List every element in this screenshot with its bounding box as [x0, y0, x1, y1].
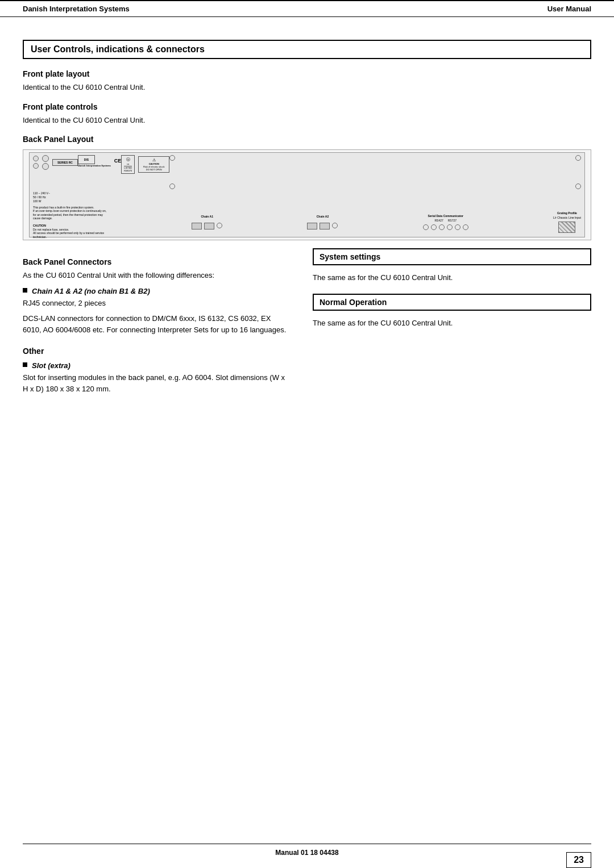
panel-bottom-row: This product has a built-in fire protect… — [33, 206, 581, 239]
normal-operation-text: The same as for the CU 6010 Central Unit… — [313, 318, 591, 329]
main-section-title: User Controls, indications & connectors — [31, 44, 583, 55]
system-settings-text: The same as for the CU 6010 Central Unit… — [313, 272, 591, 283]
panel-serial-port — [463, 224, 468, 230]
panel-caution-box: ⚠ CAUTION Risk of electric shockDO NOT O… — [138, 156, 169, 173]
panel-grille — [558, 222, 575, 233]
panel-serial-port — [423, 224, 429, 230]
panel-series-label: SERIES RC — [57, 161, 73, 164]
page-footer: Manual 01 18 04438 — [23, 844, 591, 857]
panel-warning-text: This product has a built-in fire protect… — [33, 206, 107, 239]
chain-bullet-item: Chain A1 & A2 (no chain B1 & B2) — [23, 287, 290, 295]
panel-serial-port — [455, 224, 460, 230]
header-company: Danish Interpretation Systems — [23, 5, 130, 13]
panel-voltage-label: 110 – 240 V~50 / 60 Hz100 W — [33, 191, 581, 203]
page-wrapper: Danish Interpretation Systems User Manua… — [0, 0, 614, 868]
panel-indicator — [217, 223, 222, 228]
page-header: Danish Interpretation Systems User Manua… — [0, 0, 614, 17]
panel-corner-circle — [575, 155, 581, 161]
main-section-heading: User Controls, indications & connectors — [23, 40, 591, 59]
front-plate-controls-heading: Front plate controls — [23, 102, 591, 111]
normal-operation-heading: Normal Operation — [320, 298, 584, 307]
panel-serial-port — [431, 224, 437, 230]
normal-operation-section: Normal Operation — [313, 294, 591, 311]
panel-rj45-port — [320, 223, 330, 229]
system-settings-section: System settings — [313, 248, 591, 265]
back-panel-inner: SERIES RC DIS Danish Interpretation Syst… — [29, 152, 585, 237]
panel-rj45-port — [307, 223, 317, 229]
bullet-icon — [23, 362, 27, 367]
page-number: 23 — [566, 852, 591, 868]
front-plate-controls-text: Identical to the CU 6010 Central Unit. — [23, 115, 591, 126]
back-panel-connectors-intro: As the CU 6010 Central Unit with the fol… — [23, 270, 290, 281]
panel-rj45-port — [204, 223, 214, 229]
dcs-lan-text: DCS-LAN connectors for connection to DM/… — [23, 313, 290, 335]
front-plate-layout-heading: Front plate layout — [23, 69, 591, 78]
panel-serial-port — [447, 224, 453, 230]
other-heading: Other — [23, 347, 290, 356]
panel-serial-port — [439, 224, 445, 230]
panel-indicator — [332, 223, 338, 228]
slot-bullet-item: Slot (extra) — [23, 361, 290, 370]
chain-text: RJ45 connector, 2 pieces — [23, 298, 290, 309]
back-panel-layout-heading: Back Panel Layout — [23, 135, 591, 144]
right-column: System settings The same as for the CU 6… — [307, 248, 591, 399]
panel-knob — [33, 163, 39, 169]
back-panel-connectors-heading: Back Panel Connectors — [23, 257, 290, 266]
main-content: User Controls, indications & connectors … — [0, 17, 614, 433]
panel-rj45-port — [192, 223, 202, 229]
panel-knob — [42, 163, 49, 170]
panel-top-row: SERIES RC DIS Danish Interpretation Syst… — [33, 155, 581, 189]
bullet-icon — [23, 288, 27, 293]
panel-corner-circle — [169, 155, 175, 161]
footer-manual-number: Manual 01 18 04438 — [275, 849, 338, 857]
panel-ul-mark: ⓤ us LISTED R26070 — [121, 155, 135, 174]
panel-knob — [42, 155, 49, 162]
panel-corner-circle — [169, 183, 175, 189]
left-column: Back Panel Connectors As the CU 6010 Cen… — [23, 248, 307, 399]
panel-logo: DIS Danish Interpretation Systems — [78, 155, 111, 167]
panel-knob — [33, 156, 39, 161]
panel-ce-mark: CE — [114, 158, 122, 164]
panel-corner-circle — [575, 183, 581, 189]
slot-text: Slot for inserting modules in the back p… — [23, 372, 290, 394]
slot-heading: Slot (extra) — [32, 361, 70, 370]
header-manual-type: User Manual — [547, 5, 591, 13]
chain-heading: Chain A1 & A2 (no chain B1 & B2) — [32, 287, 150, 295]
system-settings-heading: System settings — [320, 252, 584, 261]
back-panel-diagram: SERIES RC DIS Danish Interpretation Syst… — [23, 149, 591, 240]
two-column-layout: Back Panel Connectors As the CU 6010 Cen… — [23, 248, 591, 399]
front-plate-layout-text: Identical to the CU 6010 Central Unit. — [23, 82, 591, 93]
